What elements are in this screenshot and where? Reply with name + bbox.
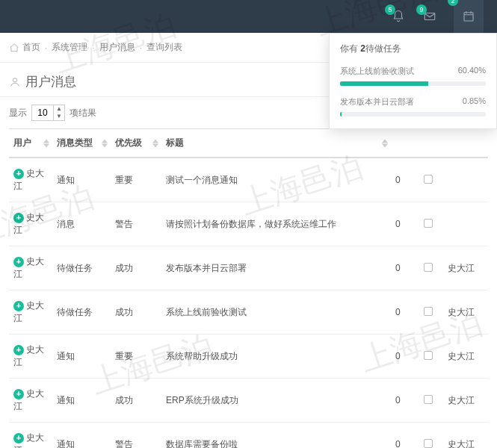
cell-priority: 警告 bbox=[111, 202, 161, 246]
checkbox[interactable] bbox=[424, 351, 433, 360]
topbar-icons: 5 9 2 bbox=[391, 0, 491, 33]
col-owner[interactable] bbox=[443, 129, 488, 158]
checkbox[interactable] bbox=[424, 175, 433, 184]
expand-icon[interactable]: + bbox=[13, 169, 24, 179]
table-row[interactable]: + 史大江通知成功ERP系统升级成功0史大江 bbox=[9, 379, 488, 423]
col-type[interactable]: 消息类型 bbox=[52, 129, 111, 158]
page-title-text: 用户消息 bbox=[25, 73, 76, 90]
popover-prefix: 你有 bbox=[340, 43, 360, 54]
badge: 9 bbox=[416, 4, 427, 15]
col-user[interactable]: 用户 bbox=[9, 129, 52, 158]
task-item[interactable]: 系统上线前验收测试60.40% bbox=[340, 66, 486, 86]
crumb-list[interactable]: 查询列表 bbox=[146, 41, 182, 54]
checkbox[interactable] bbox=[424, 395, 433, 404]
task-pct: 60.40% bbox=[458, 66, 486, 77]
col-label: 优先级 bbox=[115, 137, 142, 148]
cell-count: 0 bbox=[391, 202, 413, 246]
spin-up-icon[interactable]: ▲ bbox=[54, 105, 64, 113]
messages-table: 用户 消息类型 优先级 标题 + 史大江通知重要测试一个消息通知0+ 史大江消息… bbox=[9, 128, 488, 448]
cell-priority: 重要 bbox=[111, 335, 161, 379]
user-icon bbox=[9, 76, 21, 88]
col-check[interactable] bbox=[413, 129, 443, 158]
col-priority[interactable]: 优先级 bbox=[111, 129, 161, 158]
checkbox[interactable] bbox=[424, 307, 433, 316]
checkbox[interactable] bbox=[424, 439, 433, 448]
col-label: 标题 bbox=[166, 137, 184, 148]
cell-type: 通知 bbox=[52, 158, 111, 202]
table-row[interactable]: + 史大江待做任务成功发布版本并日云部署0史大江 bbox=[9, 246, 488, 290]
svg-point-2 bbox=[13, 78, 16, 81]
checkbox[interactable] bbox=[424, 263, 433, 272]
cell-title: 系统帮助升级成功 bbox=[161, 335, 391, 379]
cell-owner: 史大江 bbox=[443, 379, 488, 423]
length-spinner: ▲ ▼ bbox=[53, 105, 64, 120]
cell-type: 待做任务 bbox=[52, 290, 111, 335]
cell-priority: 成功 bbox=[111, 379, 161, 423]
separator: · bbox=[140, 43, 142, 53]
sort-icon bbox=[102, 139, 108, 147]
col-label: 消息类型 bbox=[57, 137, 93, 148]
cell-owner: 史大江 bbox=[443, 246, 488, 290]
table-row[interactable]: + 史大江消息警告请按照计划备份数据库，做好系统运维工作0 bbox=[9, 202, 488, 246]
crumb-home[interactable]: 首页 bbox=[22, 41, 40, 54]
popover-suffix: 待做任务 bbox=[365, 43, 401, 54]
cell-type: 通知 bbox=[52, 423, 111, 449]
expand-icon[interactable]: + bbox=[13, 257, 24, 267]
sort-icon bbox=[152, 139, 158, 147]
task-name: 发布版本并日云部署 bbox=[340, 96, 414, 108]
mail-icon[interactable]: 9 bbox=[422, 9, 437, 24]
expand-icon[interactable]: + bbox=[13, 345, 24, 355]
sort-icon bbox=[382, 139, 388, 147]
task-name: 系统上线前验收测试 bbox=[340, 66, 414, 77]
calendar-icon[interactable]: 2 bbox=[454, 0, 484, 33]
cell-owner: 史大江 bbox=[443, 335, 488, 379]
spin-down-icon[interactable]: ▼ bbox=[54, 113, 64, 120]
table-row[interactable]: + 史大江通知重要测试一个消息通知0 bbox=[9, 158, 488, 202]
checkbox[interactable] bbox=[424, 219, 433, 228]
badge: 2 bbox=[448, 0, 458, 6]
home-icon bbox=[9, 43, 19, 53]
expand-icon[interactable]: + bbox=[13, 213, 24, 223]
expand-icon[interactable]: + bbox=[13, 389, 24, 399]
table-row[interactable]: + 史大江待做任务成功系统上线前验收测试0史大江 bbox=[9, 290, 488, 335]
cell-priority: 警告 bbox=[111, 423, 161, 449]
table-row[interactable]: + 史大江通知重要系统帮助升级成功0史大江 bbox=[9, 335, 488, 379]
sort-icon bbox=[43, 139, 49, 147]
cell-owner bbox=[443, 158, 488, 202]
expand-icon[interactable]: + bbox=[13, 301, 24, 311]
cell-type: 消息 bbox=[52, 202, 111, 246]
cell-title: 请按照计划备份数据库，做好系统运维工作 bbox=[161, 202, 391, 246]
bell-icon[interactable]: 5 bbox=[391, 9, 406, 24]
badge: 5 bbox=[385, 4, 395, 15]
cell-title: 数据库需要备份啦 bbox=[161, 423, 391, 449]
crumb-msg[interactable]: 用户消息 bbox=[99, 41, 135, 54]
separator: · bbox=[45, 43, 47, 53]
task-item[interactable]: 发布版本并日云部署0.85% bbox=[340, 96, 486, 116]
cell-count: 0 bbox=[391, 290, 413, 335]
cell-title: 测试一个消息通知 bbox=[161, 158, 391, 202]
cell-type: 通知 bbox=[52, 379, 111, 423]
cell-priority: 重要 bbox=[111, 158, 161, 202]
length-input[interactable] bbox=[32, 108, 53, 118]
separator: · bbox=[92, 43, 94, 53]
col-count[interactable] bbox=[391, 129, 413, 158]
cell-owner: 史大江 bbox=[443, 290, 488, 335]
table-wrap: 用户 消息类型 优先级 标题 + 史大江通知重要测试一个消息通知0+ 史大江消息… bbox=[0, 128, 497, 448]
cell-count: 0 bbox=[391, 158, 413, 202]
topbar: 5 9 2 bbox=[0, 0, 497, 33]
cell-owner bbox=[443, 202, 488, 246]
cell-count: 0 bbox=[391, 246, 413, 290]
length-select[interactable]: ▲ ▼ bbox=[31, 105, 65, 121]
cell-count: 0 bbox=[391, 379, 413, 423]
cell-count: 0 bbox=[391, 335, 413, 379]
table-row[interactable]: + 史大江通知警告数据库需要备份啦0史大江 bbox=[9, 423, 488, 449]
col-label: 用户 bbox=[13, 137, 31, 148]
col-title[interactable]: 标题 bbox=[161, 129, 391, 158]
expand-icon[interactable]: + bbox=[13, 433, 24, 444]
progress-bar bbox=[340, 81, 486, 86]
crumb-sys[interactable]: 系统管理 bbox=[52, 41, 87, 54]
svg-rect-1 bbox=[464, 13, 473, 21]
task-pct: 0.85% bbox=[463, 96, 486, 108]
length-label: 显示 bbox=[9, 107, 27, 119]
progress-bar bbox=[340, 112, 486, 116]
